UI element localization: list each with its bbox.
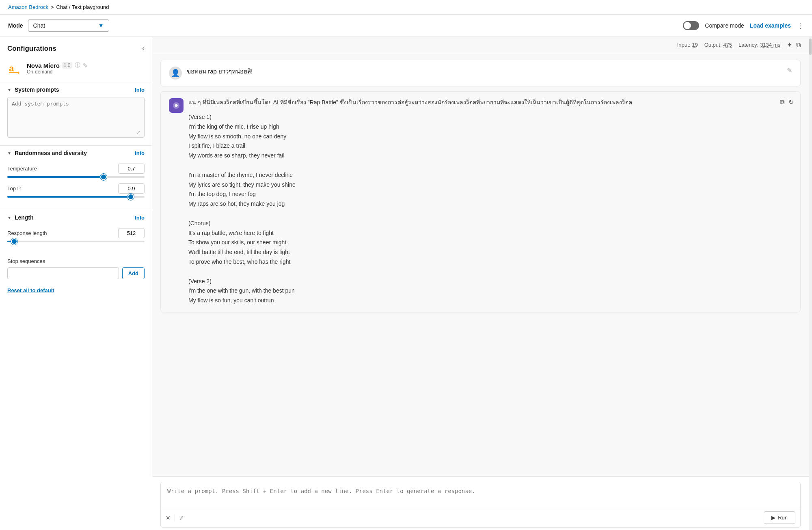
ai-avatar	[169, 98, 184, 113]
model-info-icon[interactable]: ⓘ	[75, 62, 80, 69]
breadcrumb: Amazon Bedrock > Chat / Text playground	[0, 0, 812, 15]
chat-area: Input: 19 Output: 475 Latency: 3134 ms ✦…	[152, 37, 809, 530]
breadcrumb-separator: >	[51, 4, 54, 10]
reset-all-link[interactable]: Reset all to default	[0, 282, 152, 298]
output-stat-value: 475	[723, 42, 732, 48]
expand-input-icon[interactable]: ⤢	[179, 515, 184, 521]
length-triangle-icon: ▼	[7, 215, 11, 220]
top-p-slider-fill	[7, 196, 131, 198]
system-prompts-header[interactable]: ▼ System prompts Info	[0, 82, 152, 97]
system-prompts-label: System prompts	[15, 86, 59, 93]
system-prompts-info-link[interactable]: Info	[135, 87, 145, 93]
latency-stat-label: Latency:	[739, 42, 758, 48]
mode-bar: Mode Chat ▼ Compare mode Load examples ⋮	[0, 15, 812, 37]
input-stat-value: 19	[692, 42, 698, 48]
model-info: Nova Micro 1.0 ⓘ ✎ On-demand	[27, 62, 88, 75]
top-p-input[interactable]	[118, 183, 145, 194]
length-header-left: ▼ Length	[7, 214, 34, 221]
user-message-text: ขอท่อน rap ยาวๆหน่อยสิ!	[187, 67, 782, 76]
temperature-slider-thumb	[100, 174, 107, 180]
more-options-icon[interactable]: ⋮	[797, 21, 804, 30]
clear-icon[interactable]: ✕	[166, 515, 171, 521]
output-stat: Output: 475	[704, 42, 732, 48]
chat-stat-icons: ✦ ⧉	[787, 41, 801, 49]
model-section: a Nova Micro 1.0 ⓘ ✎ On-demand	[0, 57, 152, 82]
length-section: Response length	[0, 225, 152, 254]
chevron-down-icon: ▼	[98, 22, 104, 29]
compare-mode-toggle[interactable]	[683, 21, 699, 30]
randomness-label: Randomness and diversity	[15, 150, 87, 156]
input-stat-label: Input:	[677, 42, 691, 48]
user-avatar: 👤	[169, 67, 182, 80]
ai-message: แน่ ๆ ที่นี่มีเพลงร็อคที่เขียนขึ้นโดย AI…	[160, 91, 801, 312]
mode-left: Mode Chat ▼	[8, 19, 109, 32]
mode-label: Mode	[8, 22, 23, 29]
ai-refresh-icon[interactable]: ↻	[788, 98, 794, 106]
user-message: 👤 ขอท่อน rap ยาวๆหน่อยสิ! ✎	[160, 60, 801, 86]
response-length-row: Response length	[7, 228, 145, 238]
length-info-link[interactable]: Info	[135, 215, 145, 221]
svg-point-3	[175, 104, 177, 107]
response-length-slider-thumb	[11, 238, 17, 245]
response-length-input[interactable]	[118, 228, 145, 238]
response-length-slider-track[interactable]	[7, 241, 145, 242]
chat-messages: 👤 ขอท่อน rap ยาวๆหน่อยสิ! ✎ แน่ ๆ ที่นี่…	[152, 53, 809, 476]
temperature-slider-track[interactable]	[7, 176, 145, 178]
output-stat-label: Output:	[704, 42, 722, 48]
response-length-label: Response length	[7, 230, 47, 236]
temperature-input[interactable]	[118, 164, 145, 174]
amazon-logo: a	[7, 61, 22, 75]
model-version: 1.0	[62, 62, 72, 69]
randomness-header[interactable]: ▼ Randomness and diversity Info	[0, 145, 152, 160]
right-scrollbar[interactable]	[809, 37, 812, 530]
mode-select[interactable]: Chat ▼	[28, 19, 109, 32]
collapse-sidebar-button[interactable]: ‹	[142, 44, 145, 53]
compare-mode-label: Compare mode	[705, 22, 744, 29]
run-button[interactable]: ▶ Run	[764, 511, 795, 524]
randomness-triangle-icon: ▼	[7, 151, 11, 155]
sidebar-header: Configurations ‹	[0, 37, 152, 57]
right-scrollbar-thumb	[809, 39, 812, 55]
breadcrumb-parent[interactable]: Amazon Bedrock	[8, 4, 48, 10]
ai-content: แน่ ๆ ที่นี่มีเพลงร็อคที่เขียนขึ้นโดย AI…	[188, 98, 792, 306]
sidebar-title: Configurations	[7, 45, 56, 53]
ai-lyrics-text: (Verse 1) I'm the king of the mic, I ris…	[188, 112, 792, 306]
temperature-row: Temperature	[7, 164, 145, 174]
chat-input-box: ✕ ⤢ ▶ Run	[160, 482, 801, 528]
wand-icon[interactable]: ✦	[787, 41, 792, 49]
top-p-label: Top P	[7, 185, 21, 192]
length-label: Length	[15, 214, 34, 221]
stop-sequences-input[interactable]	[7, 267, 119, 279]
ai-message-actions: ⧉ ↻	[780, 98, 794, 106]
expand-icon[interactable]: ⤢	[136, 129, 140, 136]
top-p-slider-track[interactable]	[7, 196, 145, 198]
latency-stat: Latency: 3134 ms	[739, 42, 780, 48]
length-header[interactable]: ▼ Length Info	[0, 210, 152, 225]
copy-icon[interactable]: ⧉	[796, 41, 801, 49]
model-name: Nova Micro	[27, 62, 60, 69]
top-p-slider-thumb	[127, 194, 134, 200]
user-avatar-icon: 👤	[171, 69, 180, 78]
message-edit-icon[interactable]: ✎	[787, 67, 792, 74]
model-edit-icon[interactable]: ✎	[83, 62, 88, 69]
system-prompt-textarea[interactable]	[7, 97, 145, 138]
system-prompts-header-left: ▼ System prompts	[7, 86, 59, 93]
ai-summary-text: แน่ ๆ ที่นี่มีเพลงร็อคที่เขียนขึ้นโดย AI…	[188, 98, 792, 107]
chat-input-bottom: ✕ ⤢ ▶ Run	[161, 508, 800, 527]
ai-copy-icon[interactable]: ⧉	[780, 99, 784, 106]
section-triangle-icon: ▼	[7, 88, 11, 92]
randomness-header-left: ▼ Randomness and diversity	[7, 150, 87, 156]
chat-input-field[interactable]	[161, 482, 800, 506]
temperature-label: Temperature	[7, 166, 37, 172]
breadcrumb-current: Chat / Text playground	[56, 4, 109, 10]
sidebar: Configurations ‹ a Nova Micro 1.0 ⓘ ✎ On…	[0, 37, 152, 530]
input-stat: Input: 19	[677, 42, 698, 48]
load-examples-link[interactable]: Load examples	[750, 22, 791, 29]
randomness-info-link[interactable]: Info	[135, 150, 145, 156]
mode-right: Compare mode Load examples ⋮	[683, 21, 804, 30]
stop-sequences-row: Add	[7, 267, 145, 279]
chat-stats-bar: Input: 19 Output: 475 Latency: 3134 ms ✦…	[152, 37, 809, 53]
add-stop-sequence-button[interactable]: Add	[122, 267, 145, 279]
main-layout: Configurations ‹ a Nova Micro 1.0 ⓘ ✎ On…	[0, 37, 812, 530]
system-prompt-area: ⤢	[0, 97, 152, 145]
